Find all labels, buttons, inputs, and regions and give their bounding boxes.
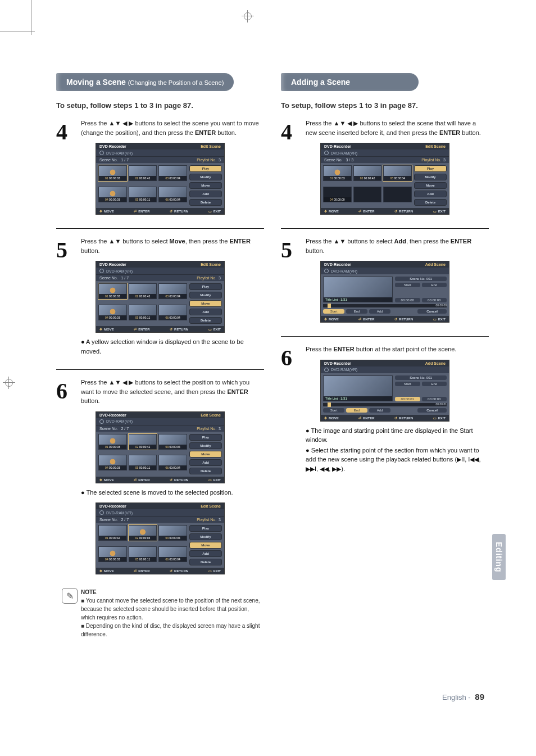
section-header-adding: Adding a Scene: [281, 73, 419, 91]
step-number: 6: [281, 345, 292, 371]
osd-screenshot: DVD-RecorderAdd Scene DVD-RAM(VR) Title …: [281, 360, 489, 422]
divider: [56, 369, 264, 370]
setup-note: To setup, follow steps 1 to 3 in page 87…: [56, 101, 264, 110]
osd-screenshot: DVD-RecorderEdit Scene DVD-RAM(VR) Scene…: [56, 261, 264, 333]
reg-plus-icon: [3, 377, 15, 389]
step-text: Press the ▲▼ ◀ ▶ buttons to select the s…: [81, 119, 264, 137]
step-text: Press the ▲▼ ◀ ▶ buttons to select the s…: [306, 119, 489, 137]
page-number: English - 89: [442, 692, 484, 701]
bullet-note: ● A yellow selection window is displayed…: [81, 337, 264, 356]
step-number: 5: [56, 237, 67, 263]
side-tab-editing: Editing: [492, 534, 506, 580]
osd-screenshot: DVD-RecorderEdit Scene DVD-RAM(VR) Scene…: [281, 143, 489, 215]
pencil-icon: ✎: [62, 588, 78, 604]
osd-screenshot: DVD-RecorderEdit Scene DVD-RAM(VR) Scene…: [56, 503, 264, 574]
crop-mark: [31, 0, 31, 35]
step-text: Press the ▲▼ buttons to select Add, then…: [306, 237, 489, 255]
step-number: 4: [56, 119, 67, 145]
step-text: Press the ▲▼ buttons to select Move, the…: [81, 237, 264, 255]
step-number: 6: [56, 378, 67, 404]
bullet-note: ● Select the starting point of the secti…: [306, 446, 489, 474]
step-text: Press the ▲▼ ◀ ▶ buttons to select the p…: [81, 378, 264, 406]
step-number: 4: [281, 119, 292, 145]
bullet-note: ● The image and starting point time are …: [306, 426, 489, 445]
divider: [56, 228, 264, 229]
osd-screenshot: DVD-RecorderEdit Scene DVD-RAM(VR) Scene…: [56, 411, 264, 483]
bullet-note: ● The selected scene is moved to the sel…: [81, 488, 264, 497]
divider: [281, 228, 489, 229]
step-number: 5: [281, 237, 292, 263]
note-text: NOTE ■ You cannot move the selected scen…: [81, 588, 264, 639]
step-text: Press the ENTER button at the start poin…: [306, 345, 489, 354]
osd-screenshot: DVD-RecorderAdd Scene DVD-RAM(VR) Title …: [281, 261, 489, 323]
section-header-moving: Moving a Scene (Changing the Position of…: [56, 73, 234, 91]
reg-plus-icon: [242, 10, 254, 22]
divider: [281, 336, 489, 337]
crop-mark: [0, 31, 35, 31]
osd-screenshot: DVD-RecorderEdit Scene DVD-RAM(VR) Scene…: [56, 143, 264, 215]
setup-note: To setup, follow steps 1 to 3 in page 87…: [281, 101, 489, 110]
